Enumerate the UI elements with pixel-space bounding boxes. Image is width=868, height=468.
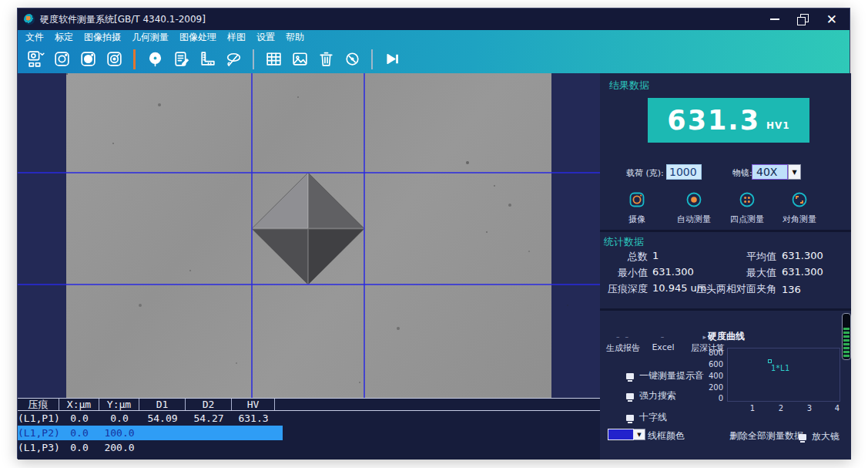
chart-title: 硬度曲线 bbox=[708, 330, 745, 343]
stat-label: 平均值 bbox=[676, 250, 776, 264]
objective-label: 物镜: bbox=[732, 167, 752, 179]
data-table-icon[interactable] bbox=[260, 48, 287, 71]
close-button[interactable]: ✕ bbox=[826, 12, 837, 26]
excel-export-button[interactable]: – Excel bbox=[648, 333, 679, 352]
diagonal-measure-button[interactable]: 对角测量 bbox=[776, 190, 823, 225]
camera-button[interactable]: 摄像 bbox=[614, 190, 660, 225]
table-row-selected[interactable]: (L1,P2) 0.0 100.0 bbox=[18, 426, 283, 440]
window-title: 硬度软件测量系统[GB/T 4340.1-2009] bbox=[40, 13, 206, 26]
col-header-y[interactable]: Y:μm bbox=[99, 399, 139, 410]
menu-geometry-measure[interactable]: 几何测量 bbox=[132, 31, 169, 44]
x-tick: 4 bbox=[833, 404, 842, 412]
measure-ruler-icon[interactable] bbox=[194, 48, 220, 71]
beep-checkbox[interactable]: 一键测量提示音 bbox=[626, 369, 704, 382]
menu-file[interactable]: 文件 bbox=[25, 31, 44, 44]
x-tick: 3 bbox=[805, 404, 814, 412]
stat-label: 最小值 bbox=[600, 266, 648, 280]
checkbox-icon bbox=[799, 434, 806, 440]
hardness-unit: HV1 bbox=[766, 120, 790, 131]
run-to-end-icon[interactable] bbox=[379, 48, 405, 71]
checkbox-icon bbox=[626, 393, 634, 399]
col-header-hv[interactable]: HV bbox=[232, 399, 275, 410]
table-row[interactable]: (L1,P3) 0.0 200.0 bbox=[18, 440, 600, 455]
stat-label: 最大值 bbox=[676, 266, 776, 280]
auto-measure-button[interactable]: 自动测量 bbox=[671, 190, 717, 225]
table-cell: 54.09 bbox=[139, 412, 186, 424]
generate-report-button[interactable]: – – 生成报告 bbox=[606, 333, 640, 354]
section-divider bbox=[600, 308, 851, 311]
table-cell: 0.0 bbox=[99, 412, 139, 424]
chart-data-point bbox=[768, 359, 772, 363]
col-header-d2[interactable]: D2 bbox=[186, 399, 232, 410]
load-input[interactable] bbox=[666, 164, 702, 180]
clear-marks-icon[interactable] bbox=[339, 48, 365, 71]
hardness-result-display: 631.3 HV1 bbox=[648, 98, 809, 143]
color-dropdown-arrow-icon: ▼ bbox=[634, 429, 645, 440]
four-point-measure-icon bbox=[738, 190, 756, 209]
hardness-chart-plot bbox=[727, 348, 840, 402]
diagonal-measure-icon bbox=[790, 190, 809, 209]
measure-notes-icon[interactable] bbox=[168, 48, 194, 71]
stat-label: 压痕深度 bbox=[600, 282, 648, 296]
stat-label: 压头两相对面夹角 bbox=[676, 282, 776, 296]
y-tick: 0 bbox=[703, 394, 723, 402]
checkbox-icon bbox=[626, 373, 634, 379]
table-cell: (L1,P2) bbox=[18, 427, 59, 439]
hardness-value: 631.3 bbox=[667, 105, 760, 136]
strong-search-checkbox[interactable]: 强力搜索 bbox=[626, 389, 676, 402]
magnifier-checkbox[interactable]: 放大镜 bbox=[799, 430, 840, 443]
menu-bar: 文件 标定 图像拍摄 几何测量 图像处理 样图 设置 帮助 bbox=[18, 30, 850, 45]
table-cell: 631.3 bbox=[232, 412, 275, 424]
light-level-indicator bbox=[842, 313, 851, 360]
menu-settings[interactable]: 设置 bbox=[256, 31, 275, 44]
image-gallery-icon[interactable] bbox=[287, 48, 313, 71]
measure-point-icon[interactable] bbox=[142, 48, 168, 71]
wire-color-label: 线框颜色 bbox=[648, 429, 685, 443]
right-panel: 结果数据 631.3 HV1 载荷 (克): 物镜: 40X ▼ 摄像 自动测量… bbox=[600, 73, 851, 460]
chart-point-label: 1*L1 bbox=[771, 364, 789, 372]
minimize-button[interactable] bbox=[769, 12, 780, 26]
table-cell: (L1,P1) bbox=[18, 412, 59, 424]
title-bar: 硬度软件测量系统[GB/T 4340.1-2009] ✕ bbox=[18, 8, 850, 30]
menu-help[interactable]: 帮助 bbox=[286, 31, 304, 44]
camera-single-icon[interactable] bbox=[49, 48, 75, 71]
menu-sample-image[interactable]: 样图 bbox=[227, 31, 246, 44]
delete-all-button[interactable]: 删除全部测量数据 bbox=[729, 429, 803, 443]
stat-value: 1 bbox=[652, 250, 659, 261]
camera-live-icon[interactable] bbox=[101, 48, 127, 71]
app-icon bbox=[24, 14, 35, 25]
toolbar-divider bbox=[253, 49, 254, 69]
camera-snapshot-icon[interactable] bbox=[75, 48, 101, 71]
menu-image-capture[interactable]: 图像拍摄 bbox=[84, 31, 121, 44]
col-header-indent[interactable]: 压痕 bbox=[18, 399, 59, 410]
delete-trash-icon[interactable] bbox=[313, 48, 339, 71]
measure-lasso-icon[interactable] bbox=[220, 48, 246, 71]
crosshair-checkbox[interactable]: 十字线 bbox=[626, 411, 667, 424]
measurement-overlay bbox=[18, 73, 600, 398]
menu-calibration[interactable]: 标定 bbox=[55, 31, 73, 44]
table-cell: 0.0 bbox=[59, 427, 99, 439]
results-section-title: 结果数据 bbox=[609, 79, 649, 93]
table-cell: 54.27 bbox=[186, 412, 232, 424]
menu-image-process[interactable]: 图像处理 bbox=[179, 31, 216, 44]
command-area: 文件 标定 图像拍摄 几何测量 图像处理 样图 设置 帮助 bbox=[18, 30, 850, 73]
four-point-measure-button[interactable]: 四点测量 bbox=[724, 190, 770, 225]
microscope-viewport[interactable] bbox=[18, 73, 600, 398]
table-cell: (L1,P3) bbox=[18, 442, 59, 453]
objective-dropdown-arrow-icon[interactable]: ▼ bbox=[788, 164, 801, 180]
table-cell: 100.0 bbox=[99, 427, 139, 439]
tool-bar bbox=[18, 45, 850, 73]
capture-settings-icon[interactable] bbox=[22, 48, 49, 71]
report-icon: – – bbox=[606, 333, 640, 341]
color-swatch bbox=[608, 429, 634, 440]
stat-value: 631.300 bbox=[782, 266, 823, 278]
objective-select[interactable]: 40X bbox=[752, 164, 788, 180]
table-row[interactable]: (L1,P1) 0.0 0.0 54.09 54.27 631.3 bbox=[18, 411, 600, 426]
col-header-x[interactable]: X:μm bbox=[59, 399, 99, 410]
measurement-table: 压痕 X:μm Y:μm D1 D2 HV (L1,P1) 0.0 0.0 54… bbox=[18, 398, 600, 460]
col-header-d1[interactable]: D1 bbox=[139, 399, 186, 410]
maximize-button[interactable] bbox=[797, 14, 809, 25]
auto-measure-icon bbox=[685, 190, 703, 209]
wire-color-select[interactable]: ▼ bbox=[608, 429, 645, 440]
toolbar-divider bbox=[371, 49, 373, 69]
